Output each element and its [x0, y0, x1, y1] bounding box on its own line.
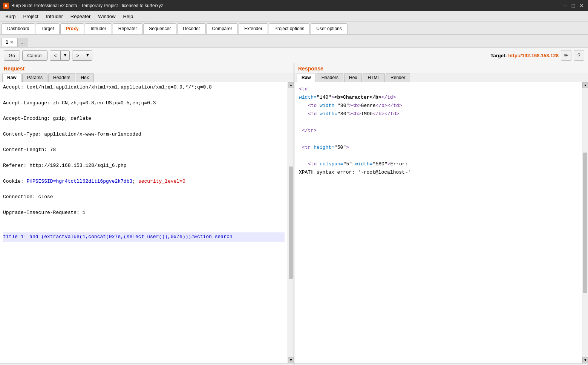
- request-scroll-down[interactable]: ▼: [288, 357, 294, 363]
- res-line-2: width="140"><b>Character</b></td>: [299, 93, 577, 102]
- tab-decoder[interactable]: Decoder: [177, 23, 205, 34]
- response-tab-raw[interactable]: Raw: [297, 73, 316, 82]
- request-scrollbar[interactable]: ▲ ▼: [288, 82, 294, 363]
- request-line-5: Content-Length: 78: [3, 146, 285, 154]
- response-scroll-thumb[interactable]: [583, 153, 587, 293]
- menu-intruder[interactable]: Intruder: [42, 12, 67, 21]
- response-panel: Response Raw Headers Hex HTML Render <td…: [294, 63, 588, 365]
- res-line-6: <tr height="50">: [299, 144, 577, 152]
- menu-window[interactable]: Window: [94, 12, 119, 21]
- request-panel: Request Raw Params Headers Hex Accept: t…: [0, 63, 294, 365]
- request-tab-raw[interactable]: Raw: [2, 73, 21, 82]
- request-line-blank2: [3, 107, 285, 115]
- forward-button[interactable]: >: [72, 51, 83, 60]
- request-line-blank4: [3, 139, 285, 147]
- request-scroll-up[interactable]: ▲: [288, 82, 294, 88]
- cancel-button[interactable]: Cancel: [22, 50, 47, 61]
- request-tab-bar: Raw Params Headers Hex: [0, 73, 294, 82]
- request-line-blank7: [3, 185, 285, 193]
- title-bar-text: Burp Suite Professional v2.0beta - Tempo…: [11, 3, 163, 8]
- sqli-text: title=1' and (extractvalue(1,concat(0x7e…: [3, 234, 233, 240]
- tab-target[interactable]: Target: [36, 23, 60, 34]
- request-line-blank3: [3, 123, 285, 131]
- menu-bar: Burp Project Intruder Repeater Window He…: [0, 11, 588, 22]
- response-scroll-down[interactable]: ▼: [582, 357, 588, 363]
- res-line-blank2: [299, 135, 577, 144]
- target-prefix: Target:: [491, 53, 508, 58]
- minimize-button[interactable]: ─: [562, 2, 568, 9]
- back-split-button[interactable]: < ▼: [50, 50, 70, 61]
- request-line-blank10: [3, 224, 285, 232]
- title-bar-controls[interactable]: ─ □ ✕: [562, 2, 585, 9]
- response-tab-hex[interactable]: Hex: [344, 73, 362, 82]
- response-tab-headers[interactable]: Headers: [317, 73, 343, 82]
- back-button[interactable]: <: [50, 51, 61, 60]
- title-bar: B Burp Suite Professional v2.0beta - Tem…: [0, 0, 588, 11]
- menu-help[interactable]: Help: [119, 12, 137, 21]
- response-tab-bar: Raw Headers Hex HTML Render: [294, 73, 588, 82]
- request-line-blank6: [3, 170, 285, 178]
- app-icon: B: [3, 3, 9, 9]
- request-line-1: Accept: text/html,application/xhtml+xml,…: [3, 84, 285, 92]
- forward-dropdown[interactable]: ▼: [83, 51, 92, 60]
- tab-dashboard[interactable]: Dashboard: [2, 23, 35, 34]
- menu-project[interactable]: Project: [19, 12, 42, 21]
- maximize-button[interactable]: □: [570, 2, 577, 9]
- edit-target-button[interactable]: ✏: [561, 50, 571, 61]
- request-content[interactable]: Accept: text/html,application/xhtml+xml,…: [0, 82, 288, 363]
- request-line-cookie: Cookie: PHPSESSID=hgr4tctll62d1ti6pgve2k…: [3, 178, 285, 186]
- request-line-3: Accept-Encoding: gzip, deflate: [3, 115, 285, 123]
- tab-user-options[interactable]: User options: [311, 23, 347, 34]
- request-scroll-thumb[interactable]: [289, 166, 293, 279]
- request-tab-headers[interactable]: Headers: [48, 73, 75, 82]
- cookie-value2: security_level=0: [138, 179, 185, 184]
- repeater-tab-1-label: 1: [6, 40, 8, 45]
- res-line-4: <td width="80"><b>IMDb</b></td>: [299, 110, 577, 118]
- target-label: Target: http://192.168.153.128: [491, 53, 559, 58]
- response-search-bar: ? < + > matches: [294, 363, 588, 365]
- tab-proxy[interactable]: Proxy: [60, 23, 84, 34]
- request-tab-params[interactable]: Params: [22, 73, 47, 82]
- help-button[interactable]: ?: [574, 50, 584, 61]
- tab-repeater[interactable]: Repeater: [113, 23, 142, 34]
- response-content[interactable]: <td width="140"><b>Character</b></td> <t…: [294, 82, 582, 363]
- request-sqli-line: title=1' and (extractvalue(1,concat(0x7e…: [3, 232, 285, 242]
- menu-burp[interactable]: Burp: [2, 12, 19, 21]
- repeater-tab-1-close[interactable]: ✕: [10, 40, 13, 45]
- back-dropdown[interactable]: ▼: [61, 51, 69, 60]
- request-line-blank5: [3, 154, 285, 162]
- toolbar: Go Cancel < ▼ > ▼ Target: http://192.168…: [0, 48, 588, 63]
- tab-extender[interactable]: Extender: [239, 23, 268, 34]
- request-line-blank9: [3, 217, 285, 225]
- menu-repeater[interactable]: Repeater: [67, 12, 94, 21]
- request-line-6: Referer: http://192.168.153.128/sqli_6.p…: [3, 162, 285, 170]
- request-line-blank1: [3, 92, 285, 99]
- close-button[interactable]: ✕: [578, 2, 585, 9]
- forward-split-button[interactable]: > ▼: [72, 50, 92, 61]
- request-line-7: Connection: close: [3, 193, 285, 201]
- request-line-2: Accept-Language: zh-CN,zh;q=0.8,en-US;q=…: [3, 99, 285, 107]
- request-line-4: Content-Type: application/x-www-form-url…: [3, 131, 285, 139]
- res-line-7: <td colspan="5" width="580">Error:: [299, 160, 577, 168]
- repeater-tab-1[interactable]: 1 ✕: [2, 38, 17, 46]
- tab-comparer[interactable]: Comparer: [207, 23, 238, 34]
- target-url: http://192.168.153.128: [508, 53, 559, 58]
- go-button[interactable]: Go: [4, 50, 20, 61]
- request-header: Request: [0, 63, 294, 73]
- res-line-5: </tr>: [299, 127, 577, 135]
- res-line-blank3: [299, 152, 577, 160]
- repeater-tab-bar: 1 ✕ ...: [0, 35, 588, 48]
- res-line-3: <td width="80"><b>Genre</b></td>: [299, 102, 577, 110]
- tab-intruder[interactable]: Intruder: [85, 23, 112, 34]
- response-tab-html[interactable]: HTML: [363, 73, 385, 82]
- tab-project-options[interactable]: Project options: [269, 23, 310, 34]
- main-tab-bar: Dashboard Target Proxy Intruder Repeater…: [0, 22, 588, 35]
- content-area: Request Raw Params Headers Hex Accept: t…: [0, 63, 588, 365]
- response-scroll-up[interactable]: ▲: [582, 82, 588, 88]
- request-tab-hex[interactable]: Hex: [76, 73, 93, 82]
- response-scrollbar[interactable]: ▲ ▼: [582, 82, 588, 363]
- tab-sequencer[interactable]: Sequencer: [143, 23, 176, 34]
- repeater-tab-dots[interactable]: ...: [17, 38, 28, 47]
- res-line-blank1: [299, 118, 577, 127]
- response-tab-render[interactable]: Render: [386, 73, 410, 82]
